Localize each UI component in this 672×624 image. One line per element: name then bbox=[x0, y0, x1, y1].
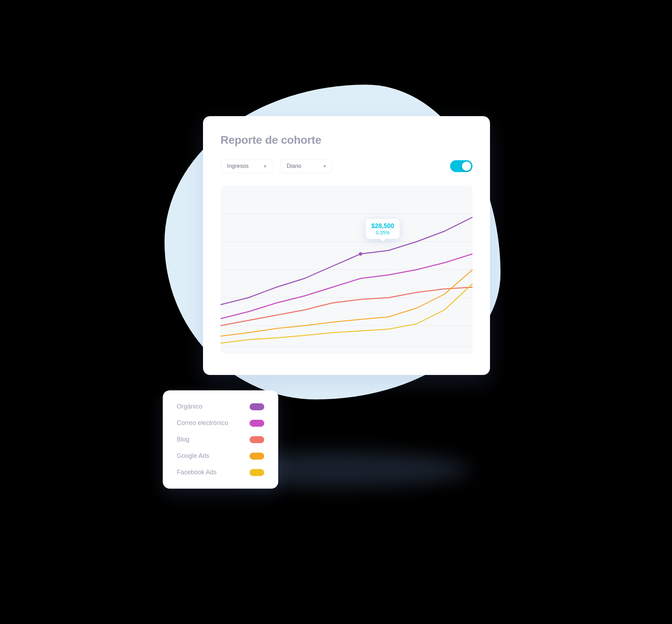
diario-label: Diario bbox=[287, 163, 301, 169]
toggle-switch[interactable] bbox=[450, 160, 472, 172]
ingresos-label: Ingresos bbox=[227, 163, 248, 169]
list-item: Orgánico bbox=[177, 403, 264, 410]
facebook-ads-label: Facebook Ads bbox=[177, 469, 217, 476]
list-item: Facebook Ads bbox=[177, 469, 264, 476]
diario-dropdown[interactable]: Diario ▾ bbox=[280, 159, 332, 173]
chart-area: $28,500 0.35% bbox=[220, 186, 472, 354]
controls-row: Ingresos ▾ Diario ▾ bbox=[220, 159, 472, 173]
chart-tooltip: $28,500 0.35% bbox=[366, 219, 400, 239]
correo-label: Correo electrónico bbox=[177, 419, 228, 427]
list-item: Correo electrónico bbox=[177, 419, 264, 427]
scene: Reporte de cohorte Ingresos ▾ Diario ▾ bbox=[144, 67, 528, 557]
organico-line bbox=[220, 217, 472, 305]
tooltip-dot bbox=[359, 252, 362, 256]
facebook-ads-color-dot bbox=[250, 469, 264, 476]
legend-card: Orgánico Correo electrónico Blog Google … bbox=[163, 390, 278, 489]
list-item: Blog bbox=[177, 436, 264, 443]
blog-line bbox=[220, 287, 472, 326]
tooltip-tail bbox=[380, 239, 386, 242]
page-title: Reporte de cohorte bbox=[220, 134, 472, 147]
organico-color-dot bbox=[250, 403, 264, 410]
tooltip-percent: 0.35% bbox=[371, 230, 394, 235]
google-line bbox=[220, 270, 472, 336]
tooltip-value: $28,500 bbox=[371, 222, 394, 230]
google-ads-label: Google Ads bbox=[177, 452, 209, 460]
correo-color-dot bbox=[250, 420, 264, 427]
ingresos-dropdown[interactable]: Ingresos ▾ bbox=[220, 159, 273, 173]
google-ads-color-dot bbox=[250, 453, 264, 460]
chevron-down-icon: ▾ bbox=[264, 163, 266, 169]
organico-label: Orgánico bbox=[177, 403, 202, 410]
correo-line bbox=[220, 254, 472, 319]
facebook-line bbox=[220, 284, 472, 343]
toggle-thumb bbox=[462, 162, 471, 171]
toggle-track bbox=[450, 160, 472, 172]
main-card: Reporte de cohorte Ingresos ▾ Diario ▾ bbox=[203, 116, 490, 375]
list-item: Google Ads bbox=[177, 452, 264, 460]
blog-label: Blog bbox=[177, 436, 189, 443]
blog-color-dot bbox=[250, 436, 264, 443]
chart-svg bbox=[220, 186, 472, 354]
chevron-down-icon-2: ▾ bbox=[323, 163, 326, 169]
